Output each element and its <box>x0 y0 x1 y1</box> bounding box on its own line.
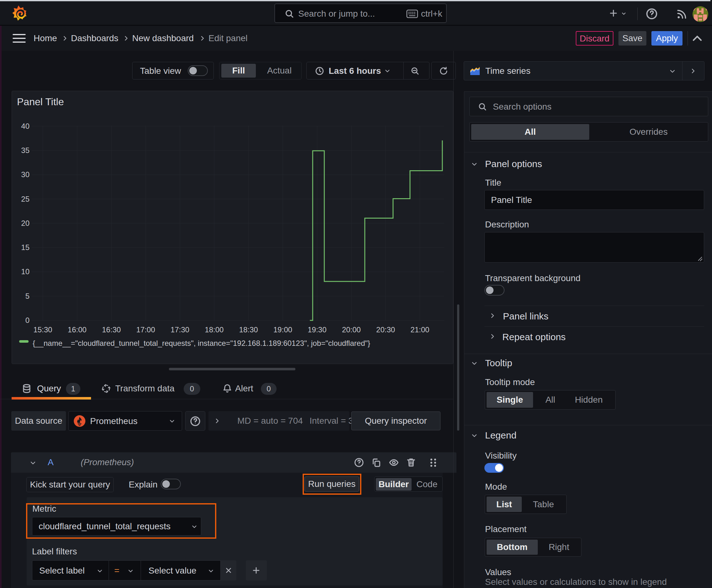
svg-text:20:30: 20:30 <box>376 326 395 334</box>
svg-text:5: 5 <box>25 292 29 300</box>
svg-text:17:00: 17:00 <box>136 326 155 334</box>
svg-text:18:00: 18:00 <box>205 326 223 334</box>
svg-text:30: 30 <box>21 170 29 179</box>
svg-text:16:00: 16:00 <box>68 326 87 334</box>
svg-text:10: 10 <box>21 267 29 276</box>
svg-text:15:30: 15:30 <box>33 326 52 334</box>
svg-text:0: 0 <box>25 316 29 324</box>
svg-text:35: 35 <box>21 146 29 154</box>
svg-text:16:30: 16:30 <box>102 326 121 334</box>
svg-text:20:00: 20:00 <box>342 326 361 334</box>
svg-text:19:30: 19:30 <box>308 326 326 334</box>
svg-text:{__name__="cloudflared_tunnel_: {__name__="cloudflared_tunnel_total_requ… <box>33 339 370 348</box>
svg-text:25: 25 <box>21 195 29 203</box>
svg-text:40: 40 <box>21 122 29 130</box>
svg-text:15: 15 <box>21 243 29 252</box>
svg-text:21:00: 21:00 <box>411 326 429 334</box>
svg-text:17:30: 17:30 <box>170 326 189 334</box>
svg-text:20: 20 <box>21 219 29 227</box>
svg-text:18:30: 18:30 <box>239 326 258 334</box>
svg-text:19:00: 19:00 <box>274 326 292 334</box>
